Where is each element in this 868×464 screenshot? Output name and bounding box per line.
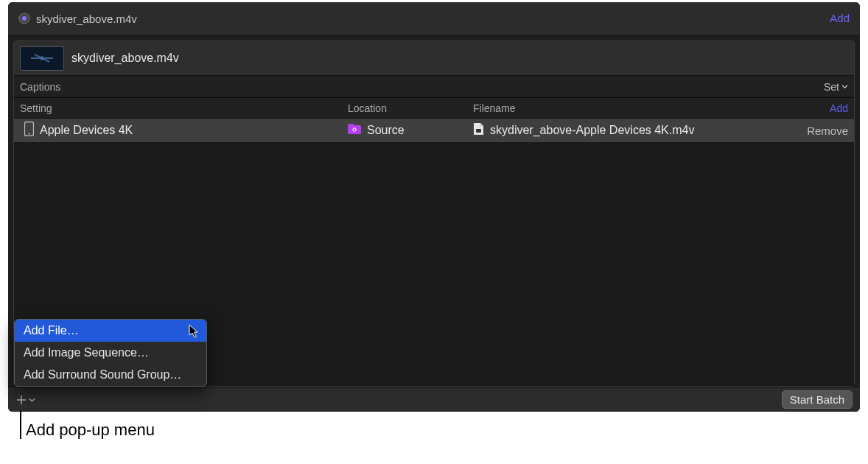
- filename-value: skydiver_above-Apple Devices 4K.m4v: [490, 124, 694, 137]
- folder-icon: [348, 124, 361, 137]
- job-header: skydiver_above.m4v: [14, 41, 854, 76]
- cursor-icon: [189, 324, 200, 339]
- annotation-leader-line: [20, 411, 21, 439]
- settings-add-button[interactable]: Add: [830, 102, 848, 114]
- add-popup-menu: Add File… Add Image Sequence… Add Surrou…: [14, 319, 207, 387]
- job-thumbnail[interactable]: [20, 46, 64, 71]
- svg-point-6: [29, 133, 30, 135]
- output-row[interactable]: Apple Devices 4K Source: [14, 119, 854, 142]
- titlebar: skydiver_above.m4v Add: [8, 2, 860, 35]
- chevron-down-icon: [29, 397, 35, 403]
- col-filename-header: Filename: [473, 102, 797, 114]
- svg-rect-9: [476, 129, 481, 133]
- svg-point-4: [41, 57, 44, 60]
- chevron-down-icon: [841, 83, 848, 90]
- file-icon: [473, 122, 484, 138]
- menu-item-add-surround-sound[interactable]: Add Surround Sound Group…: [15, 364, 206, 386]
- bottombar: Start Batch: [8, 387, 860, 412]
- setting-value: Apple Devices 4K: [40, 124, 133, 137]
- titlebar-left: skydiver_above.m4v: [18, 13, 137, 25]
- col-setting-header: Setting: [20, 102, 348, 114]
- add-popup-button[interactable]: [15, 394, 35, 406]
- job-title: skydiver_above.m4v: [71, 52, 179, 65]
- menu-item-add-file[interactable]: Add File…: [15, 320, 206, 342]
- menu-item-add-image-sequence[interactable]: Add Image Sequence…: [15, 342, 206, 364]
- plus-icon: [15, 394, 27, 406]
- window-title: skydiver_above.m4v: [36, 13, 137, 25]
- captions-set-label: Set: [824, 81, 839, 93]
- device-icon: [24, 122, 34, 139]
- captions-set-dropdown[interactable]: Set: [824, 81, 848, 93]
- svg-rect-7: [348, 125, 361, 134]
- svg-point-1: [22, 16, 27, 21]
- columns-header: Setting Location Filename Add: [14, 98, 854, 119]
- titlebar-add-button[interactable]: Add: [830, 12, 850, 24]
- captions-row: Captions Set: [14, 76, 854, 98]
- annotation-text: Add pop-up menu: [26, 421, 155, 440]
- remove-button[interactable]: Remove: [807, 124, 848, 137]
- captions-label: Captions: [20, 81, 60, 93]
- app-icon: [18, 13, 30, 24]
- col-location-header: Location: [348, 102, 473, 114]
- location-value: Source: [367, 124, 405, 137]
- start-batch-button[interactable]: Start Batch: [782, 390, 853, 409]
